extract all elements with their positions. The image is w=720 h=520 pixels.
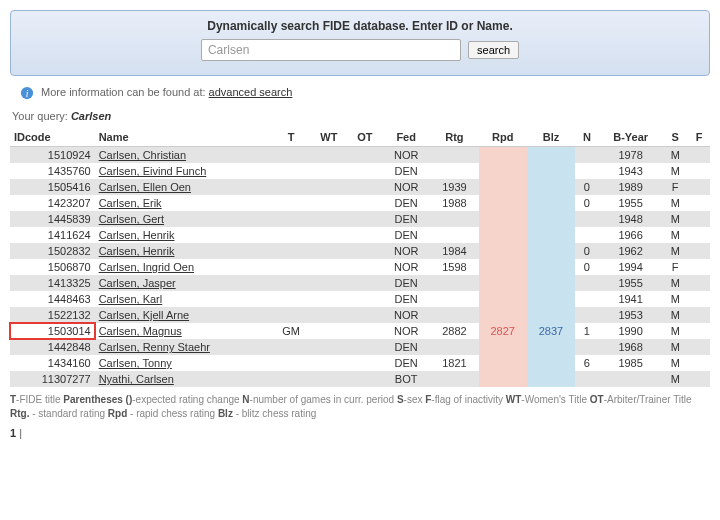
svg-text:i: i xyxy=(26,88,29,99)
cell-blz xyxy=(527,179,575,195)
cell-n xyxy=(575,227,599,243)
cell-name: Carlsen, Ingrid Oen xyxy=(95,259,272,275)
table-row: 1502832Carlsen, HenrikNOR198401962M xyxy=(10,243,710,259)
cell-fed: DEN xyxy=(382,227,430,243)
cell-blz xyxy=(527,275,575,291)
cell-rtg xyxy=(430,147,478,164)
cell-fed: DEN xyxy=(382,163,430,179)
cell-t xyxy=(272,355,310,371)
cell-s: M xyxy=(662,147,688,164)
player-link[interactable]: Carlsen, Ellen Oen xyxy=(99,181,191,193)
player-link[interactable]: Nyathi, Carlsen xyxy=(99,373,174,385)
cell-t xyxy=(272,243,310,259)
cell-ot xyxy=(347,211,382,227)
cell-fed: DEN xyxy=(382,195,430,211)
cell-id: 1423207 xyxy=(10,195,95,211)
cell-ot xyxy=(347,339,382,355)
cell-rtg: 1821 xyxy=(430,355,478,371)
cell-wt xyxy=(310,163,347,179)
cell-fed: DEN xyxy=(382,211,430,227)
player-link[interactable]: Carlsen, Christian xyxy=(99,149,186,161)
player-link[interactable]: Carlsen, Magnus xyxy=(99,325,182,337)
cell-id: 1503014 xyxy=(10,323,95,339)
cell-rpd xyxy=(479,307,527,323)
cell-blz xyxy=(527,307,575,323)
th-rpd: Rpd xyxy=(479,128,527,147)
cell-f xyxy=(688,291,710,307)
cell-s: M xyxy=(662,163,688,179)
player-link[interactable]: Carlsen, Tonny xyxy=(99,357,172,369)
search-button[interactable]: search xyxy=(468,41,519,59)
player-link[interactable]: Carlsen, Renny Staehr xyxy=(99,341,210,353)
cell-blz xyxy=(527,291,575,307)
th-s: S xyxy=(662,128,688,147)
cell-s: M xyxy=(662,307,688,323)
player-link[interactable]: Carlsen, Kjell Arne xyxy=(99,309,190,321)
cell-wt xyxy=(310,307,347,323)
cell-name: Carlsen, Henrik xyxy=(95,243,272,259)
cell-name: Nyathi, Carlsen xyxy=(95,371,272,387)
cell-rtg xyxy=(430,163,478,179)
search-panel: Dynamically search FIDE database. Enter … xyxy=(10,10,710,76)
player-link[interactable]: Carlsen, Eivind Funch xyxy=(99,165,207,177)
cell-rtg: 1939 xyxy=(430,179,478,195)
legend: T-FIDE title Parentheses ()-expected rat… xyxy=(10,393,710,421)
player-link[interactable]: Carlsen, Ingrid Oen xyxy=(99,261,194,273)
player-link[interactable]: Carlsen, Jasper xyxy=(99,277,176,289)
cell-f xyxy=(688,163,710,179)
cell-rtg xyxy=(430,291,478,307)
cell-ot xyxy=(347,195,382,211)
cell-wt xyxy=(310,195,347,211)
th-id: IDcode xyxy=(10,128,95,147)
th-byear: B-Year xyxy=(599,128,663,147)
cell-s: M xyxy=(662,195,688,211)
cell-name: Carlsen, Jasper xyxy=(95,275,272,291)
cell-t xyxy=(272,227,310,243)
cell-rpd xyxy=(479,291,527,307)
player-link[interactable]: Carlsen, Erik xyxy=(99,197,162,209)
th-blz: Blz xyxy=(527,128,575,147)
cell-n: 6 xyxy=(575,355,599,371)
player-link[interactable]: Carlsen, Karl xyxy=(99,293,163,305)
th-t: T xyxy=(272,128,310,147)
cell-rpd xyxy=(479,211,527,227)
cell-byear: 1948 xyxy=(599,211,663,227)
cell-id: 1510924 xyxy=(10,147,95,164)
cell-blz xyxy=(527,259,575,275)
cell-ot xyxy=(347,323,382,339)
cell-byear: 1943 xyxy=(599,163,663,179)
cell-rpd: 2827 xyxy=(479,323,527,339)
advanced-search-link[interactable]: advanced search xyxy=(209,86,293,98)
cell-t xyxy=(272,307,310,323)
cell-blz xyxy=(527,339,575,355)
cell-blz xyxy=(527,227,575,243)
cell-f xyxy=(688,323,710,339)
cell-rpd xyxy=(479,147,527,164)
cell-fed: BOT xyxy=(382,371,430,387)
cell-name: Carlsen, Karl xyxy=(95,291,272,307)
cell-rtg xyxy=(430,371,478,387)
cell-ot xyxy=(347,243,382,259)
table-row: 1448463Carlsen, KarlDEN1941M xyxy=(10,291,710,307)
cell-t xyxy=(272,179,310,195)
cell-f xyxy=(688,195,710,211)
cell-id: 1445839 xyxy=(10,211,95,227)
cell-t: GM xyxy=(272,323,310,339)
cell-t xyxy=(272,339,310,355)
cell-s: M xyxy=(662,323,688,339)
cell-s: M xyxy=(662,211,688,227)
th-name: Name xyxy=(95,128,272,147)
player-link[interactable]: Carlsen, Gert xyxy=(99,213,164,225)
cell-f xyxy=(688,243,710,259)
table-row: 1413325Carlsen, JasperDEN1955M xyxy=(10,275,710,291)
search-input[interactable] xyxy=(201,39,461,61)
cell-ot xyxy=(347,147,382,164)
cell-byear: 1953 xyxy=(599,307,663,323)
player-link[interactable]: Carlsen, Henrik xyxy=(99,245,175,257)
th-fed: Fed xyxy=(382,128,430,147)
cell-f xyxy=(688,179,710,195)
cell-n xyxy=(575,371,599,387)
th-ot: OT xyxy=(347,128,382,147)
player-link[interactable]: Carlsen, Henrik xyxy=(99,229,175,241)
cell-id: 1411624 xyxy=(10,227,95,243)
